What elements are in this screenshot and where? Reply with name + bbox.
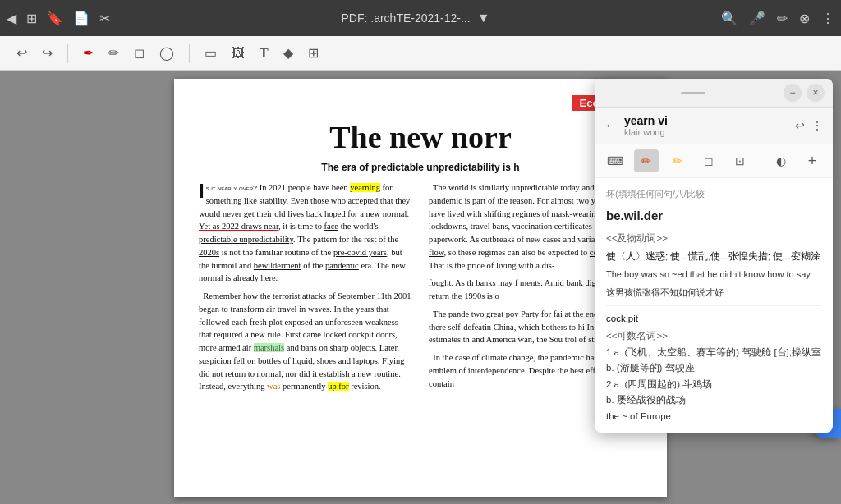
- clear-button[interactable]: ◯: [156, 42, 177, 64]
- article-body: Is it nearly over? In 2021 people have b…: [199, 181, 642, 394]
- pen-tool[interactable]: ✏: [634, 149, 659, 172]
- dict-divider: [606, 305, 821, 306]
- dict-undo-button[interactable]: ↩: [795, 119, 805, 132]
- redo-button[interactable]: ↪: [39, 42, 56, 64]
- pdf-page: Economist The new norr The era of predic…: [174, 79, 667, 497]
- predictable-underline: predictable unpredictability: [199, 235, 293, 244]
- select-tool[interactable]: ⊡: [728, 149, 752, 172]
- search-icon[interactable]: 🔍: [721, 11, 738, 26]
- pdf-area: Economist The new norr The era of predic…: [0, 71, 841, 504]
- add-tool[interactable]: +: [800, 149, 825, 172]
- dict-noun-def2: b. (游艇等的) 驾驶座: [606, 360, 821, 377]
- file-icon[interactable]: 📄: [73, 11, 90, 26]
- article-title: The new norr: [199, 119, 642, 155]
- dict-word: yearn vi: [624, 114, 788, 127]
- close-button[interactable]: ×: [807, 84, 825, 102]
- more-icon[interactable]: ⋮: [821, 11, 834, 26]
- dict-noun-section: <<可数名词>>: [606, 328, 821, 345]
- pen-top-icon[interactable]: ✏: [777, 11, 788, 26]
- dict-user: klair wong: [624, 127, 788, 137]
- dict-word-header: ← yearn vi klair wong ↩ ⋮: [595, 108, 833, 144]
- dict-extra-word: cock.pit: [606, 311, 821, 328]
- image-button[interactable]: 🖼: [228, 43, 248, 64]
- mic-icon[interactable]: 🎤: [749, 11, 765, 26]
- dict-content: 坏(填填任何问句/八/比较 be.wil.der <<及物动词>> 使〈人〉迷惑…: [595, 178, 833, 433]
- precovid-underline: pre-covid years: [333, 248, 387, 257]
- drop-cap: I: [199, 181, 205, 201]
- dict-noun-def1: 1 a. (飞机、太空船、赛车等的) 驾驶舱 [台],操纵室: [606, 345, 821, 361]
- text-button[interactable]: T: [256, 43, 272, 64]
- small-caps-text: s it nearly over?: [206, 184, 257, 192]
- share-icon[interactable]: ⊗: [799, 11, 810, 26]
- was-orange: was: [267, 382, 280, 391]
- article-subtitle: The era of predictable unpredictability …: [199, 162, 642, 173]
- undo-button[interactable]: ↩: [13, 42, 30, 64]
- yearning-highlight: yearning: [350, 183, 380, 192]
- dictionary-panel: − × ← yearn vi klair wong ↩ ⋮ ⌨ ✏ ✏ ◻ ⊡ …: [595, 79, 833, 433]
- pen-button[interactable]: ✏: [105, 42, 122, 64]
- yet-as-underline: Yet as 2022 draws near: [199, 222, 278, 231]
- dict-noun-def3: 2 a. (四周围起的) 斗鸡场: [606, 377, 821, 393]
- top-navigation: ◀ ⊞ 🔖 📄 ✂ PDF: .archTE-2021-12-... ▼ 🔍 🎤…: [0, 0, 841, 36]
- toolbar-divider-1: [67, 44, 68, 63]
- bewilderment-underline: bewilderment: [254, 261, 301, 270]
- back-icon[interactable]: ◀: [7, 11, 16, 26]
- scissors-icon[interactable]: ✂: [99, 11, 110, 26]
- dict-back-button[interactable]: ←: [604, 118, 618, 133]
- 2020s-underline: 2020s: [199, 248, 219, 257]
- toolbar-divider-2: [189, 44, 190, 63]
- dict-noun-def5: the ~ of Europe: [606, 409, 821, 425]
- dict-example-en: The boy was so ~ed that he didn't know h…: [606, 267, 821, 282]
- rect-button[interactable]: ▭: [201, 42, 220, 64]
- color-toggle[interactable]: ◐: [769, 149, 793, 172]
- dict-noun-def4: b. 屡经战役的战场: [606, 392, 821, 409]
- keyboard-tool[interactable]: ⌨: [603, 149, 627, 172]
- highlight-tool[interactable]: ✏: [665, 149, 690, 172]
- sticker-button[interactable]: ◆: [280, 42, 296, 64]
- dict-verb-section: <<及物动词>>: [606, 231, 821, 247]
- marshals-highlight: marshals: [254, 343, 284, 352]
- dict-more-button[interactable]: ⋮: [811, 119, 823, 132]
- face-underline: face: [324, 222, 338, 231]
- dict-toolbar: ⌨ ✏ ✏ ◻ ⊡ ◐ +: [595, 144, 833, 178]
- dict-pinyin: 坏(填填任何问句/八/比较: [606, 186, 821, 202]
- dict-verb-def: 使〈人〉迷惑; 使...慌乱,使...张惶失措; 使...变糊涂: [606, 249, 821, 265]
- and-text: and: [472, 335, 485, 344]
- dict-headword: be.wil.der: [606, 205, 821, 227]
- dict-example-zh: 这男孩慌张得不知如何说才好: [606, 285, 821, 300]
- erase-tool[interactable]: ◻: [696, 149, 721, 172]
- pandemic-underline: pandemic: [325, 261, 359, 270]
- eraser-button[interactable]: ◻: [131, 42, 148, 64]
- red-pen-button[interactable]: ✒: [80, 42, 97, 64]
- panel-drag-handle: [603, 92, 784, 94]
- upfor-highlight: up for: [328, 382, 348, 391]
- resize-button[interactable]: ⊞: [305, 42, 322, 64]
- minimize-button[interactable]: −: [784, 84, 802, 102]
- dropdown-icon[interactable]: ▼: [477, 11, 490, 25]
- grid-icon[interactable]: ⊞: [26, 11, 37, 26]
- bookmark-icon[interactable]: 🔖: [47, 11, 63, 26]
- pdf-title: PDF: .archTE-2021-12-...: [341, 11, 470, 25]
- annotation-toolbar: ↩ ↪ ✒ ✏ ◻ ◯ ▭ 🖼 T ◆ ⊞: [0, 36, 841, 71]
